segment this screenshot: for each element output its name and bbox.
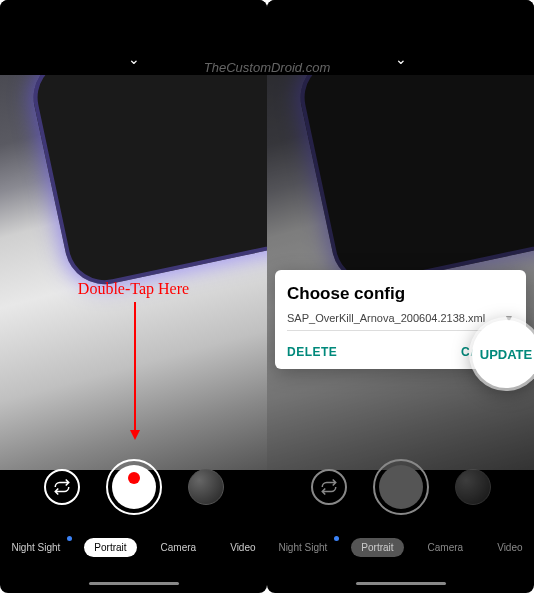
shutter-button[interactable] (106, 459, 162, 515)
config-filename: SAP_OverKill_Arnova_200604.2138.xml (287, 312, 485, 324)
switch-camera-button[interactable] (44, 469, 80, 505)
config-file-selector[interactable]: SAP_OverKill_Arnova_200604.2138.xml ▼ (287, 312, 514, 331)
mode-video[interactable]: Video (487, 538, 532, 557)
annotation-target-dot (128, 472, 140, 484)
shutter-controls (267, 459, 534, 515)
mode-night-sight[interactable]: Night Sight (1, 538, 70, 557)
chevron-down-icon[interactable]: ⌄ (395, 51, 407, 67)
delete-button[interactable]: DELETE (287, 345, 337, 359)
annotation-label: Double-Tap Here (78, 280, 189, 298)
mode-portrait[interactable]: Portrait (351, 538, 403, 557)
phone-right: ⌄ Choose config SAP_OverKill_Arnova_2006… (267, 0, 534, 593)
mode-night-sight[interactable]: Night Sight (268, 538, 337, 557)
camera-modes: Night Sight Portrait Camera Video (267, 538, 534, 557)
phone-left: ⌄ Double-Tap Here Night Sight Portrait C… (0, 0, 267, 593)
switch-camera-button[interactable] (311, 469, 347, 505)
camera-modes: Night Sight Portrait Camera Video (0, 538, 267, 557)
nav-bar[interactable] (89, 582, 179, 585)
shutter-button[interactable] (373, 459, 429, 515)
mode-camera[interactable]: Camera (151, 538, 207, 557)
mode-portrait[interactable]: Portrait (84, 538, 136, 557)
gallery-thumbnail[interactable] (188, 469, 224, 505)
mode-indicator-dot (67, 536, 72, 541)
mode-indicator-dot (334, 536, 339, 541)
shutter-controls (0, 459, 267, 515)
mode-video[interactable]: Video (220, 538, 265, 557)
watermark-text: TheCustomDroid.com (204, 60, 330, 75)
dialog-title: Choose config (287, 284, 514, 304)
update-button-highlight[interactable]: UPDATE (472, 320, 534, 388)
nav-bar[interactable] (356, 582, 446, 585)
mode-camera[interactable]: Camera (418, 538, 474, 557)
gallery-thumbnail[interactable] (455, 469, 491, 505)
annotation-arrow (134, 302, 136, 432)
chevron-down-icon[interactable]: ⌄ (128, 51, 140, 67)
